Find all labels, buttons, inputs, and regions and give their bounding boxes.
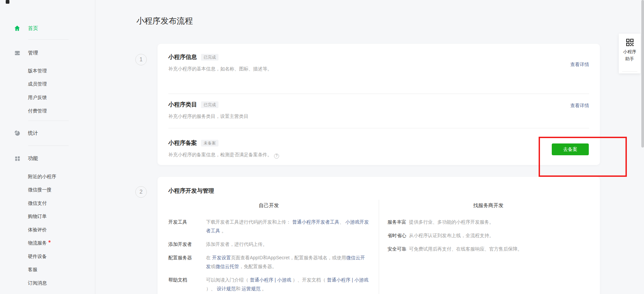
dev-columns: 自己开发 开发工具 下载开发者工具进行代码的开发和上传： 普通小程序开发者工具、… [168, 200, 589, 294]
service-provider-header: 找服务商开发 [387, 202, 589, 209]
page-title: 小程序发布流程 [136, 15, 193, 27]
sidebar-sub-label: 版本管理 [28, 68, 47, 74]
go-beian-button[interactable]: 去备案 [552, 143, 589, 155]
info-label: 安全可靠 [387, 244, 409, 253]
view-details-link[interactable]: 查看详情 [570, 62, 589, 68]
sidebar-item-wechat-search[interactable]: 微信搜一搜 [28, 187, 52, 193]
service-provider-column: 找服务商开发 服务丰富 提供多行业、多功能的小程序开发服务。 省时省心 从小程序… [379, 200, 589, 294]
status-badge: 已完成 [201, 54, 218, 61]
dev-tools-row: 开发工具 下载开发者工具进行代码的开发和上传： 普通小程序开发者工具、 小游戏开… [168, 218, 369, 235]
inline-link[interactable]: 普通小程序 | 小游戏 [250, 277, 291, 283]
inline-link[interactable]: 普通小程序 | 小游戏 [327, 277, 368, 283]
sidebar-item-paid-manage[interactable]: 付费管理 [28, 108, 47, 115]
app-root: 首页 管理 版本管理 成员管理 用户反馈 付费管理 统计 功能 附近的小程 [0, 0, 644, 294]
sidebar-sub-label: 购物订单 [28, 214, 47, 220]
sidebar-item-logistics-service[interactable]: 物流服务 [28, 240, 50, 247]
miniprogram-info-title: 小程序信息 [168, 53, 197, 61]
inline-link[interactable]: 开发设置 [212, 255, 231, 260]
sidebar-item-label: 统计 [28, 130, 38, 136]
row-title: 小程序信息 已完成 [168, 53, 589, 61]
miniprogram-beian-title: 小程序备案 [168, 139, 197, 147]
row-desc: 补充小程序的服务类目，设置主营类目 [168, 113, 589, 120]
row-desc: 补充小程序的备案信息，检测是否满足备案条件。? [168, 151, 589, 159]
info-label: 配置服务器 [168, 253, 206, 271]
sidebar-divider [28, 39, 69, 40]
sidebar-item-hardware-device[interactable]: 硬件设备 [28, 253, 47, 260]
sidebar-item-user-feedback[interactable]: 用户反馈 [28, 94, 47, 101]
sidebar-sub-label: 订阅消息 [28, 280, 47, 286]
sidebar-sub-label: 微信支付 [28, 200, 47, 206]
sidebar-sub-label: 物流服务 [28, 240, 47, 246]
step-number-2: 2 [135, 186, 147, 198]
sidebar-item-version-manage[interactable]: 版本管理 [28, 68, 47, 74]
sidebar-sub-label: 用户反馈 [28, 95, 47, 101]
self-develop-header: 自己开发 [168, 202, 369, 209]
save-time-row: 省时省心 从小程序认证到发布上线，全流程支持。 [387, 231, 589, 240]
sidebar: 首页 管理 版本管理 成员管理 用户反馈 付费管理 统计 功能 附近的小程 [0, 0, 95, 294]
info-desc: 下载开发者工具进行代码的开发和上传： 普通小程序开发者工具、 小游戏开发者工具 … [206, 218, 369, 235]
step1-card: 小程序信息 已完成 补充小程序的基本信息，如名称、图标、描述等。 查看详情 小程… [158, 44, 600, 165]
miniprogram-info-row: 小程序信息 已完成 补充小程序的基本信息，如名称、图标、描述等。 查看详情 [168, 44, 589, 94]
sidebar-item-experience-review[interactable]: 体验评价 [28, 227, 47, 233]
grid-icon [14, 155, 21, 162]
sidebar-item-shopping-orders[interactable]: 购物订单 [28, 213, 47, 220]
inline-link[interactable]: 设计规范 [217, 286, 236, 291]
config-server-row: 配置服务器 在 开发设置页面查看AppID和AppSecret，配置服务器域名，… [168, 253, 369, 271]
rich-service-row: 服务丰富 提供多行业、多功能的小程序开发服务。 [387, 218, 589, 226]
help-docs-row: 帮助文档 可以阅读入门介绍（ 普通小程序 | 小游戏 ）、开发文档（ 普通小程序… [168, 275, 369, 293]
sidebar-item-label: 功能 [28, 155, 38, 162]
home-icon [14, 25, 21, 32]
assistant-divider [622, 71, 637, 72]
sidebar-item-wechat-pay[interactable]: 微信支付 [28, 200, 47, 207]
sidebar-sub-label: 客服 [28, 267, 37, 273]
sidebar-sub-label: 硬件设备 [28, 254, 47, 260]
help-icon[interactable]: ? [274, 154, 279, 159]
self-develop-column: 自己开发 开发工具 下载开发者工具进行代码的开发和上传： 普通小程序开发者工具、… [168, 200, 379, 294]
row-desc-text: 补充小程序的备案信息，检测是否满足备案条件。 [168, 152, 272, 157]
info-label: 服务丰富 [387, 218, 409, 226]
row-title: 小程序类目 已完成 [168, 101, 589, 109]
info-label: 添加开发者 [168, 240, 206, 249]
sidebar-sub-label: 微信搜一搜 [28, 187, 52, 193]
notification-dot [48, 240, 50, 242]
sidebar-item-label: 管理 [28, 50, 38, 56]
sidebar-item-member-manage[interactable]: 成员管理 [28, 81, 47, 88]
sidebar-item-home[interactable]: 首页 [0, 24, 95, 33]
sidebar-item-subscribe-message[interactable]: 订阅消息 [28, 280, 47, 287]
miniprogram-assistant-panel[interactable]: 小程序 助手 [619, 34, 641, 73]
status-badge: 未备案 [201, 140, 218, 146]
info-label: 帮助文档 [168, 275, 206, 293]
inline-link[interactable]: 普通小程序开发者工具 [292, 219, 339, 225]
status-badge: 已完成 [201, 101, 218, 108]
vertical-scrollbar[interactable] [641, 0, 644, 148]
sidebar-sub-label: 付费管理 [28, 108, 47, 114]
sidebar-sub-label: 附近的小程序 [28, 174, 56, 180]
info-desc: 添加开发者，进行代码上传。 [206, 240, 369, 249]
sidebar-item-stats[interactable]: 统计 [0, 129, 95, 137]
info-label: 省时省心 [387, 231, 409, 240]
sidebar-sub-label: 成员管理 [28, 81, 47, 87]
sidebar-divider [28, 145, 69, 146]
sidebar-item-nearby-miniprogram[interactable]: 附近的小程序 [28, 173, 56, 180]
miniprogram-category-row: 小程序类目 已完成 补充小程序的服务类目，设置主营类目 查看详情 [168, 94, 589, 128]
miniprogram-category-title: 小程序类目 [168, 101, 197, 109]
sidebar-item-manage[interactable]: 管理 [0, 48, 95, 57]
view-details-link[interactable]: 查看详情 [570, 103, 589, 109]
row-title: 小程序备案 未备案 [168, 139, 589, 147]
pie-chart-icon [14, 130, 21, 136]
assistant-label-line2: 助手 [625, 55, 634, 62]
info-desc: 提供多行业、多功能的小程序开发服务。 [409, 218, 589, 226]
sidebar-divider [28, 121, 69, 121]
inline-link[interactable]: 微信云托管 [215, 264, 239, 269]
info-desc: 可以阅读入门介绍（ 普通小程序 | 小游戏 ）、开发文档（ 普通小程序 | 小游… [206, 275, 369, 293]
info-desc: 从小程序认证到发布上线，全流程支持。 [409, 231, 589, 240]
sidebar-item-features[interactable]: 功能 [0, 154, 95, 163]
sidebar-item-customer-service[interactable]: 客服 [28, 266, 37, 273]
step2-card: 小程序开发与管理 自己开发 开发工具 下载开发者工具进行代码的开发和上传： 普通… [158, 177, 600, 294]
info-desc: 可免费试用后再支付、在线客服响应、官方售后保障。 [409, 244, 589, 253]
qr-code-icon [625, 38, 634, 48]
step-number-1: 1 [135, 54, 147, 65]
info-desc: 在 开发设置页面查看AppID和AppSecret，配置服务器域名，或使用微信云… [206, 253, 369, 271]
inline-link[interactable]: 运营规范 [242, 286, 261, 291]
sidebar-item-label: 首页 [28, 25, 38, 32]
